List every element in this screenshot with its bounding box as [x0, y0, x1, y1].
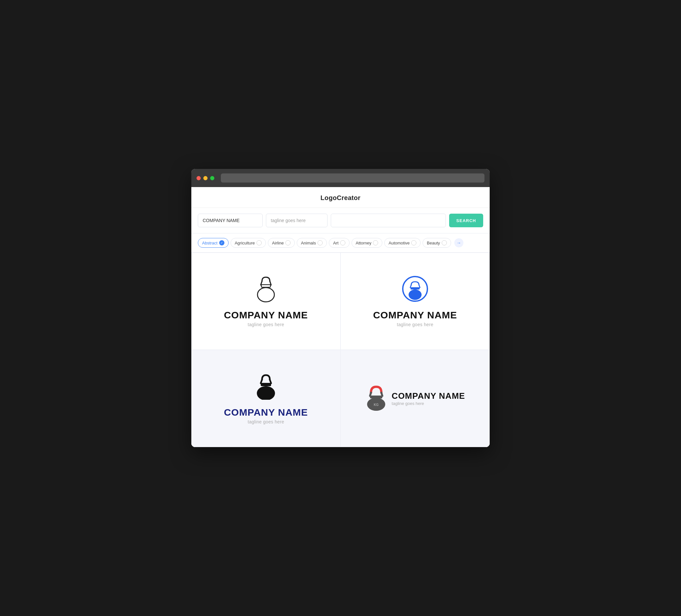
- svg-text:KG: KG: [374, 403, 378, 407]
- logo-card-1-company: COMPANY NAME: [224, 310, 308, 320]
- browser-titlebar: [191, 169, 490, 187]
- logo-card-4-text: COMPANY NAME tagline goes here: [392, 391, 465, 406]
- logo-card-4-inline: KG COMPANY NAME tagline goes here: [365, 385, 465, 412]
- svg-point-3: [257, 288, 274, 302]
- category-label-airline: Airline: [272, 240, 284, 246]
- company-name-input[interactable]: [198, 214, 263, 227]
- svg-line-9: [261, 380, 262, 383]
- close-button[interactable]: [197, 176, 201, 180]
- category-chip-beauty[interactable]: Beauty: [423, 238, 451, 248]
- app-content: LogoCreator SEARCH Abstract ✓ Agricultur…: [191, 187, 490, 447]
- logo-card-4-company: COMPANY NAME: [392, 391, 465, 401]
- category-label-agriculture: Agriculture: [235, 240, 255, 246]
- search-button[interactable]: SEARCH: [449, 214, 483, 227]
- svg-point-8: [409, 289, 422, 300]
- check-icon-attorney: [373, 240, 378, 246]
- svg-line-5: [410, 285, 411, 288]
- category-label-attorney: Attorney: [356, 240, 371, 246]
- svg-rect-11: [261, 383, 271, 386]
- category-label-beauty: Beauty: [427, 240, 440, 246]
- logo-card-1[interactable]: COMPANY NAME tagline goes here: [191, 253, 340, 350]
- category-label-animals: Animals: [301, 240, 316, 246]
- check-icon-automotive: [411, 240, 417, 246]
- logo-card-3-company: COMPANY NAME: [224, 407, 308, 418]
- check-icon-abstract: ✓: [219, 240, 224, 246]
- style-input[interactable]: [331, 214, 446, 227]
- logo-card-3-tagline: tagline goes here: [248, 419, 284, 425]
- category-next-button[interactable]: →: [454, 238, 463, 247]
- category-chip-airline[interactable]: Airline: [268, 238, 295, 248]
- maximize-button[interactable]: [210, 176, 215, 180]
- tagline-input[interactable]: [266, 214, 328, 227]
- logo-card-2-tagline: tagline goes here: [397, 322, 434, 327]
- svg-line-10: [270, 380, 271, 383]
- category-chip-automotive[interactable]: Automotive: [384, 238, 421, 248]
- check-icon-animals: [318, 240, 323, 246]
- svg-rect-7: [410, 287, 420, 289]
- category-label-abstract: Abstract: [202, 240, 218, 246]
- svg-line-6: [419, 285, 420, 288]
- category-bar: Abstract ✓ Agriculture Airline Animals A…: [191, 233, 490, 253]
- minimize-button[interactable]: [203, 176, 207, 180]
- logo-card-1-tagline: tagline goes here: [248, 322, 284, 327]
- app-header: LogoCreator: [191, 187, 490, 208]
- logo-icon-solid-kettlebell: [254, 373, 278, 401]
- category-label-automotive: Automotive: [388, 240, 409, 246]
- category-label-art: Art: [333, 240, 338, 246]
- category-chip-agriculture[interactable]: Agriculture: [231, 238, 266, 248]
- browser-window: LogoCreator SEARCH Abstract ✓ Agricultur…: [191, 169, 490, 447]
- category-chip-attorney[interactable]: Attorney: [352, 238, 382, 248]
- check-icon-beauty: [442, 240, 447, 246]
- logo-card-4[interactable]: KG COMPANY NAME tagline goes here: [340, 350, 490, 447]
- category-chip-animals[interactable]: Animals: [297, 238, 327, 248]
- svg-rect-2: [261, 285, 271, 287]
- url-bar: [221, 174, 484, 182]
- category-chip-art[interactable]: Art: [329, 238, 350, 248]
- logo-card-4-tagline: tagline goes here: [392, 401, 465, 406]
- logo-grid: COMPANY NAME tagline goes here: [191, 253, 490, 447]
- logo-card-3[interactable]: COMPANY NAME tagline goes here: [191, 350, 340, 447]
- logo-icon-blue-circle-kettlebell: [401, 275, 429, 304]
- logo-icon-outline-kettlebell: [254, 275, 278, 304]
- category-chip-abstract[interactable]: Abstract ✓: [198, 238, 229, 248]
- check-icon-airline: [285, 240, 291, 246]
- svg-point-12: [257, 386, 275, 400]
- logo-card-2-company: COMPANY NAME: [373, 310, 457, 320]
- logo-icon-colored-kettlebell: KG: [365, 385, 387, 412]
- check-icon-agriculture: [256, 240, 262, 246]
- svg-line-13: [370, 393, 371, 396]
- app-title: LogoCreator: [320, 194, 360, 201]
- check-icon-art: [340, 240, 345, 246]
- logo-card-2[interactable]: COMPANY NAME tagline goes here: [340, 253, 490, 350]
- search-bar: SEARCH: [191, 208, 490, 233]
- svg-line-14: [381, 393, 382, 396]
